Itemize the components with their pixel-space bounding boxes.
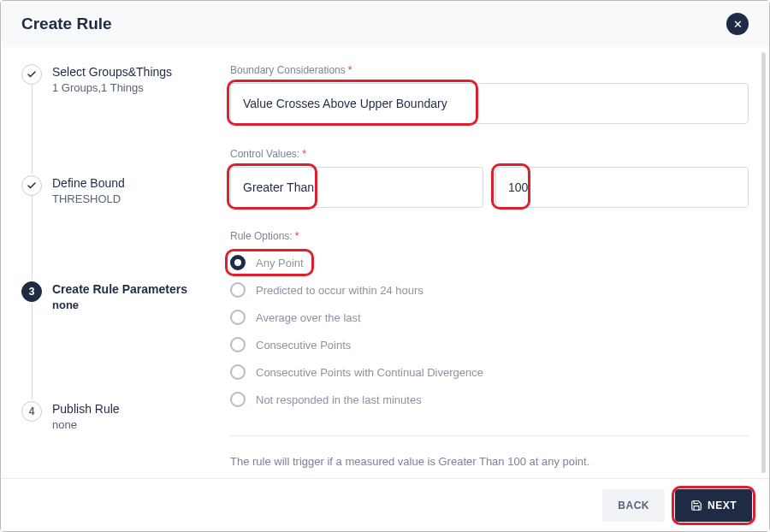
radio-icon [230,392,246,407]
check-icon [27,69,37,80]
control-value-input[interactable]: 100 [495,167,749,208]
step-subtitle: 1 Groups,1 Things [52,81,210,94]
step-marker-done [21,64,42,85]
close-icon: ✕ [733,18,743,31]
step-marker-active: 3 [21,281,42,302]
back-label: BACK [618,499,649,511]
form-area: Boundary Considerations* Value Crosses A… [210,64,749,478]
step-define-bound[interactable]: Define Bound THRESHOLD [21,175,210,281]
radio-icon [230,282,246,298]
close-button[interactable]: ✕ [726,13,749,35]
radio-icon [230,364,246,380]
radio-label: Any Point [256,257,304,269]
next-button[interactable]: NEXT [675,489,752,522]
control-value-text: 100 [508,180,528,194]
radio-consecutive[interactable]: Consecutive Points [230,331,749,358]
step-subtitle: none [52,299,210,311]
radio-label: Average over the last [256,311,361,324]
control-label: Control Values:* [230,148,749,160]
step-title: Define Bound [52,175,210,191]
radio-label: Predicted to occur within 24 hours [256,284,424,297]
boundary-label: Boundary Considerations* [230,64,749,76]
radio-label: Consecutive Points with Continual Diverg… [256,366,483,379]
step-subtitle: none [52,418,210,431]
rule-options-label: Rule Options:* [230,230,749,242]
save-icon [690,499,702,511]
rule-hint: The rule will trigger if a measured valu… [230,435,749,468]
radio-any-point[interactable]: Any Point [230,249,749,276]
check-icon [27,180,37,191]
step-marker-done [21,175,42,196]
radio-icon [230,255,246,270]
radio-label: Consecutive Points [256,339,351,352]
back-button[interactable]: BACK [602,489,665,522]
radio-consecutive-divergence[interactable]: Consecutive Points with Continual Diverg… [230,358,749,386]
next-label: NEXT [708,499,737,511]
radio-label: Not responded in the last minutes [256,393,422,406]
boundary-value-text: Value Crosses Above Upper Boundary [243,97,447,110]
radio-not-responded[interactable]: Not responded in the last minutes [230,386,749,413]
control-operator-select[interactable]: Greater Than [230,167,483,208]
step-title: Select Groups&Things [52,64,210,80]
radio-icon [230,337,246,352]
step-title: Publish Rule [52,401,210,417]
wizard-stepper: Select Groups&Things 1 Groups,1 Things D… [21,64,210,478]
radio-predicted[interactable]: Predicted to occur within 24 hours [230,276,749,304]
boundary-select[interactable]: Value Crosses Above Upper Boundary [230,83,749,124]
step-title: Create Rule Parameters [52,281,210,297]
step-subtitle: THRESHOLD [52,192,210,205]
radio-icon [230,310,246,325]
step-rule-parameters[interactable]: 3 Create Rule Parameters none [21,281,210,401]
step-select-groups[interactable]: Select Groups&Things 1 Groups,1 Things [21,64,210,175]
step-publish-rule[interactable]: 4 Publish Rule none [21,401,210,431]
scrollbar[interactable] [761,52,766,473]
control-operator-text: Greater Than [243,180,314,194]
radio-average[interactable]: Average over the last [230,304,749,331]
page-title: Create Rule [21,15,112,33]
step-marker-future: 4 [21,401,42,422]
